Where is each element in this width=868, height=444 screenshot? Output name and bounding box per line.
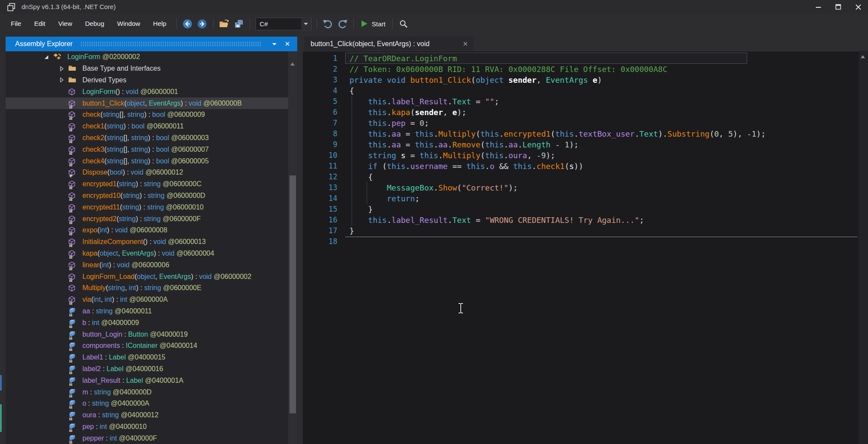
expand-expander-icon[interactable] xyxy=(59,77,68,83)
code-line[interactable]: 2// Token: 0x0600000B RID: 11 RVA: 0x000… xyxy=(303,64,859,75)
code-line[interactable]: 5 this.label_Result.Text = ""; xyxy=(303,96,859,107)
tab-close-icon[interactable]: ✕ xyxy=(462,37,468,51)
tree-item[interactable]: check4(string[], string) : bool @0600000… xyxy=(6,155,288,167)
line-number: 7 xyxy=(303,118,337,128)
tree-item[interactable]: components : IContainer @04000014 xyxy=(6,340,288,352)
tree-item[interactable]: m : string @0400000D xyxy=(6,386,288,398)
tree-item[interactable]: via(int, int) : int @0600000A xyxy=(6,294,288,306)
menu-window[interactable]: Window xyxy=(110,14,146,34)
tree-item-label: kapa(object, EventArgs) : void @06000004 xyxy=(82,250,214,257)
tree-item[interactable]: Base Type and Interfaces xyxy=(6,63,288,75)
method-lock-icon xyxy=(68,145,79,154)
code-line[interactable]: 18 xyxy=(303,236,859,247)
code-line[interactable]: 16 this.label_Result.Text = "WRONG CREDE… xyxy=(303,215,859,225)
tree-item[interactable]: LoginForm_Load(object, EventArgs) : void… xyxy=(6,271,288,282)
menu-file[interactable]: File xyxy=(4,14,28,34)
tree-item-label: label2 : Label @04000016 xyxy=(82,365,163,373)
scroll-up-arrow-icon[interactable] xyxy=(861,55,865,58)
line-number: 18 xyxy=(303,236,337,247)
code-text: this.aa = this.aa.Remove(this.aa.Length … xyxy=(349,139,579,150)
panel-menu-button[interactable] xyxy=(269,43,280,45)
tree-item[interactable]: check2(string[], string) : bool @0600000… xyxy=(6,132,288,144)
line-number: 10 xyxy=(303,150,337,161)
code-line[interactable]: 13 MessageBox.Show("Correct!"); xyxy=(303,182,859,193)
undo-button[interactable] xyxy=(321,17,335,31)
tree-item[interactable]: Derived Types xyxy=(6,75,288,86)
assembly-explorer-header[interactable]: Assembly Explorer ✕ xyxy=(6,37,297,51)
open-file-button[interactable] xyxy=(217,17,232,31)
language-dropdown-button[interactable] xyxy=(301,19,311,29)
navigate-forward-button[interactable] xyxy=(195,17,210,31)
menu-view[interactable]: View xyxy=(52,14,79,34)
code-line[interactable]: 1// TearORDear.LoginForm xyxy=(303,53,859,64)
tree-item[interactable]: label_Result : Label @0400001A xyxy=(6,375,288,386)
code-line[interactable]: 11 if (this.username == this.o && this.c… xyxy=(303,161,859,172)
code-line[interactable]: 12 { xyxy=(303,172,859,182)
redo-button[interactable] xyxy=(335,17,350,31)
code-line[interactable]: 17} xyxy=(303,225,859,236)
tree-scrollbar[interactable] xyxy=(288,51,297,444)
code-line[interactable]: 8 this.aa = this.Multiply(this.encrypted… xyxy=(303,128,859,139)
tree-item[interactable]: button_Login : Button @04000019 xyxy=(6,328,288,340)
tree-item[interactable]: oura : string @04000012 xyxy=(6,410,288,421)
code-text: private void button1_Click(object sender… xyxy=(349,75,602,85)
tree-item[interactable]: LoginForm() : void @06000001 xyxy=(6,86,288,97)
tree-item[interactable]: check1(string) : bool @06000011 xyxy=(6,121,288,132)
tree-item[interactable]: b : int @04000009 xyxy=(6,317,288,328)
code-text: MessageBox.Show("Correct!"); xyxy=(349,182,518,193)
close-button[interactable] xyxy=(848,0,868,14)
menu-edit[interactable]: Edit xyxy=(28,14,52,34)
tree-item[interactable]: pep : int @04000010 xyxy=(6,421,288,433)
tree-item[interactable]: encrypted1(string) : string @0600000C xyxy=(6,178,288,190)
title-bar: dnSpy v6.1.3 (64-bit, .NET Core) xyxy=(0,0,868,14)
collapse-expander-icon[interactable] xyxy=(44,54,53,60)
menu-debug[interactable]: Debug xyxy=(79,14,110,34)
scroll-up-arrow-icon[interactable] xyxy=(290,63,295,66)
assembly-explorer-panel: Assembly Explorer ✕ LoginForm @02000002B… xyxy=(6,37,297,444)
tree-item[interactable]: label2 : Label @04000016 xyxy=(6,363,288,375)
field-lock-icon xyxy=(68,330,79,339)
tree-item[interactable]: check3(string[], string) : bool @0600000… xyxy=(6,144,288,155)
panel-close-button[interactable]: ✕ xyxy=(280,40,297,48)
tree-item[interactable]: encrypted10(string) : string @0600000D xyxy=(6,190,288,202)
code-line[interactable]: 6 this.kapa(sender, e); xyxy=(303,107,859,118)
minimize-button[interactable] xyxy=(808,0,828,14)
tree-item[interactable]: Label1 : Label @04000015 xyxy=(6,352,288,363)
tree-item[interactable]: encrypted2(string) : string @0600000F xyxy=(6,213,288,225)
code-editor[interactable]: 1// TearORDear.LoginForm2// Token: 0x060… xyxy=(303,51,859,444)
tree-item[interactable]: Multiply(string, int) : string @0600000E xyxy=(6,282,288,294)
tree-item[interactable]: Dispose(bool) : void @06000012 xyxy=(6,167,288,178)
code-line[interactable]: 10 string s = this.Multiply(this.oura, -… xyxy=(303,150,859,161)
code-line[interactable]: 3private void button1_Click(object sende… xyxy=(303,75,859,85)
tree-item[interactable]: pepper : int @0400000F xyxy=(6,432,288,444)
code-text: string s = this.Multiply(this.oura, -9); xyxy=(349,150,555,161)
field-lock-icon xyxy=(68,410,79,420)
expand-expander-icon[interactable] xyxy=(59,66,68,72)
code-line[interactable]: 15 } xyxy=(303,204,859,215)
navigate-back-button[interactable] xyxy=(180,17,195,31)
code-line[interactable]: 4{ xyxy=(303,85,859,96)
tree-item[interactable]: o : string @0400000A xyxy=(6,398,288,410)
tree-item[interactable]: kapa(object, EventArgs) : void @06000004 xyxy=(6,248,288,260)
language-select[interactable]: C# xyxy=(255,18,311,30)
tree-item[interactable]: check(string[], string) : bool @06000009 xyxy=(6,109,288,121)
tree-scrollbar-thumb[interactable] xyxy=(289,175,296,413)
search-button[interactable] xyxy=(396,17,411,31)
tree-item[interactable]: LoginForm @02000002 xyxy=(6,51,288,63)
tab-button1-click[interactable]: button1_Click(object, EventArgs) : void … xyxy=(304,37,473,51)
method-lock-icon xyxy=(68,249,79,258)
menu-help[interactable]: Help xyxy=(147,14,173,34)
tree-item[interactable]: linear(int) : void @06000006 xyxy=(6,259,288,271)
maximize-button[interactable] xyxy=(828,0,848,14)
tree-item[interactable]: expo(int) : void @06000008 xyxy=(6,225,288,236)
tree-item[interactable]: InitializeComponent() : void @06000013 xyxy=(6,236,288,248)
code-line[interactable]: 7 this.pep = 0; xyxy=(303,118,859,128)
tree-item[interactable]: aa : string @04000011 xyxy=(6,306,288,317)
tree-item[interactable]: encrypted11(string) : string @06000010 xyxy=(6,201,288,213)
start-button[interactable]: Start xyxy=(357,17,389,31)
editor-scrollbar[interactable] xyxy=(859,51,868,444)
tree-item[interactable]: button1_Click(object, EventArgs) : void … xyxy=(6,97,288,109)
code-line[interactable]: 9 this.aa = this.aa.Remove(this.aa.Lengt… xyxy=(303,139,859,150)
code-line[interactable]: 14 return; xyxy=(303,193,859,204)
save-all-button[interactable] xyxy=(232,17,246,31)
